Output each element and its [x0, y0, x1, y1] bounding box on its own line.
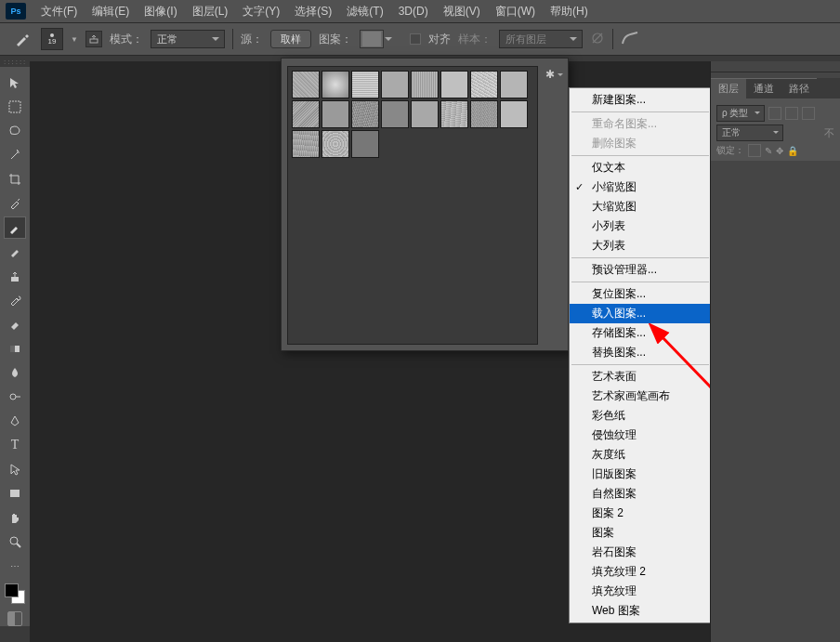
- sample-layers-dropdown[interactable]: 所有图层: [499, 30, 583, 48]
- menu-file[interactable]: 文件(F): [33, 4, 85, 20]
- brush-tool[interactable]: [4, 241, 26, 263]
- aligned-checkbox[interactable]: [410, 33, 421, 45]
- flyout-legacy-patterns[interactable]: 旧版图案: [570, 465, 711, 484]
- clone-stamp-tool[interactable]: [4, 265, 26, 287]
- menu-3d[interactable]: 3D(D): [391, 5, 436, 18]
- flyout-fill-texture2[interactable]: 填充纹理 2: [570, 562, 711, 582]
- pattern-swatch-dropdown[interactable]: [360, 30, 384, 48]
- quickmask-toggle[interactable]: [7, 611, 22, 626]
- tab-layers[interactable]: 图层: [711, 78, 746, 98]
- menu-image[interactable]: 图像(I): [137, 4, 184, 20]
- flyout-small-thumb[interactable]: 小缩览图: [570, 177, 711, 197]
- flyout-patterns[interactable]: 图案: [570, 523, 711, 543]
- flyout-gray-paper[interactable]: 灰度纸: [570, 445, 711, 465]
- pattern-thumb[interactable]: [381, 100, 409, 128]
- filter-adjust-icon[interactable]: [785, 107, 798, 120]
- healing-brush-tool[interactable]: [4, 216, 26, 239]
- filter-pixel-icon[interactable]: [768, 107, 781, 120]
- lock-position-icon[interactable]: ✥: [776, 146, 783, 156]
- tab-paths[interactable]: 路径: [781, 78, 817, 98]
- history-brush-tool[interactable]: [4, 289, 26, 311]
- lock-pixels-icon[interactable]: ✎: [765, 146, 772, 156]
- eyedropper-tool[interactable]: [4, 192, 26, 215]
- pressure-toggle-icon[interactable]: [85, 31, 102, 47]
- pressure-size-icon[interactable]: [621, 31, 639, 48]
- pen-tool[interactable]: [4, 410, 26, 432]
- pattern-thumb[interactable]: [411, 100, 439, 128]
- flyout-reset-patterns[interactable]: 复位图案...: [570, 284, 711, 304]
- pattern-thumb[interactable]: [470, 100, 498, 128]
- flyout-preset-manager[interactable]: 预设管理器...: [570, 260, 711, 280]
- menu-edit[interactable]: 编辑(E): [85, 4, 137, 20]
- pattern-thumb[interactable]: [440, 71, 468, 98]
- lock-all-icon[interactable]: [748, 144, 761, 157]
- pattern-thumb[interactable]: [351, 71, 379, 98]
- blend-mode-layer-dropdown[interactable]: 正常: [716, 124, 783, 141]
- pattern-thumb[interactable]: [440, 100, 468, 128]
- pattern-thumb[interactable]: [351, 100, 379, 128]
- flyout-fill-texture[interactable]: 填充纹理: [570, 582, 711, 601]
- sample-button[interactable]: 取样: [270, 30, 311, 48]
- menu-view[interactable]: 视图(V): [436, 4, 488, 20]
- menu-filter[interactable]: 滤镜(T): [339, 4, 390, 20]
- ignore-adjustment-icon[interactable]: [590, 31, 605, 48]
- lock-icon[interactable]: 🔒: [787, 146, 798, 156]
- type-tool[interactable]: T: [4, 434, 26, 456]
- color-swatch[interactable]: [5, 583, 25, 604]
- flyout-web-patterns[interactable]: Web 图案: [570, 601, 711, 621]
- zoom-tool[interactable]: [4, 531, 26, 553]
- pattern-thumb[interactable]: [322, 71, 349, 98]
- flyout-load-patterns[interactable]: 载入图案...: [570, 304, 711, 323]
- menu-window[interactable]: 窗口(W): [488, 4, 543, 20]
- flyout-color-paper[interactable]: 彩色纸: [570, 406, 711, 426]
- flyout-erode-texture[interactable]: 侵蚀纹理: [570, 426, 711, 445]
- gradient-tool[interactable]: [4, 337, 26, 360]
- hand-tool[interactable]: [4, 506, 26, 529]
- pattern-thumb[interactable]: [500, 100, 528, 128]
- blend-mode-dropdown[interactable]: 正常: [151, 30, 225, 48]
- flyout-rock-patterns[interactable]: 岩石图案: [570, 543, 711, 562]
- pattern-thumb[interactable]: [292, 100, 320, 128]
- menu-select[interactable]: 选择(S): [287, 4, 339, 20]
- flyout-small-list[interactable]: 小列表: [570, 216, 711, 236]
- flyout-nature-patterns[interactable]: 自然图案: [570, 484, 711, 504]
- blur-tool[interactable]: [4, 361, 26, 384]
- pattern-thumb[interactable]: [292, 130, 320, 158]
- flyout-text-only[interactable]: 仅文本: [570, 158, 711, 177]
- dodge-tool[interactable]: [4, 386, 26, 408]
- pattern-thumb[interactable]: [322, 100, 349, 128]
- move-tool[interactable]: [4, 72, 26, 94]
- edit-toolbar[interactable]: ⋯: [4, 555, 26, 577]
- pattern-flyout-gear-icon[interactable]: ✱: [545, 66, 562, 83]
- flyout-save-patterns[interactable]: 存储图案...: [570, 323, 711, 343]
- eraser-tool[interactable]: [4, 313, 26, 335]
- healing-brush-icon[interactable]: [11, 28, 33, 50]
- flyout-replace-patterns[interactable]: 替换图案...: [570, 343, 711, 362]
- flyout-large-list[interactable]: 大列表: [570, 236, 711, 255]
- flyout-patterns2[interactable]: 图案 2: [570, 504, 711, 523]
- marquee-tool[interactable]: [4, 96, 26, 118]
- menu-layer[interactable]: 图层(L): [185, 4, 236, 20]
- shape-tool[interactable]: [4, 482, 26, 504]
- pattern-thumb[interactable]: [322, 130, 349, 158]
- pattern-grid[interactable]: [287, 66, 538, 345]
- pattern-thumb[interactable]: [292, 71, 320, 98]
- tab-channels[interactable]: 通道: [746, 78, 781, 98]
- lasso-tool[interactable]: [4, 120, 26, 142]
- wand-tool[interactable]: [4, 144, 26, 166]
- menu-help[interactable]: 帮助(H): [543, 4, 596, 20]
- crop-tool[interactable]: [4, 168, 26, 190]
- pattern-thumb[interactable]: [500, 71, 528, 98]
- pattern-thumb[interactable]: [381, 71, 409, 98]
- flyout-artist-brush-canvas[interactable]: 艺术家画笔画布: [570, 387, 711, 406]
- flyout-new-pattern[interactable]: 新建图案...: [570, 90, 711, 110]
- pattern-thumb[interactable]: [351, 130, 379, 158]
- path-select-tool[interactable]: [4, 458, 26, 480]
- pattern-thumb[interactable]: [470, 71, 498, 98]
- flyout-large-thumb[interactable]: 大缩览图: [570, 197, 711, 216]
- pattern-thumb[interactable]: [411, 71, 439, 98]
- menu-text[interactable]: 文字(Y): [235, 4, 287, 20]
- brush-preset-picker[interactable]: 19: [41, 28, 63, 50]
- filter-type-icon[interactable]: [802, 107, 815, 120]
- layer-filter-dropdown[interactable]: ρ 类型: [716, 105, 765, 122]
